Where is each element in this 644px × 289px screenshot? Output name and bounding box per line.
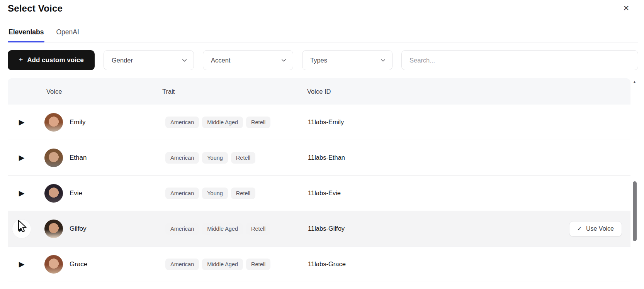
trait-tags: AmericanYoungRetell <box>162 152 307 164</box>
table-row[interactable]: ▶ Gilfoy AmericanMiddle AgedRetell 11lab… <box>8 211 630 247</box>
gender-filter-label: Gender <box>112 57 133 64</box>
tab-openai[interactable]: OpenAI <box>55 23 80 42</box>
table-header-row: Voice Trait Voice ID <box>8 78 630 105</box>
trait-tag: Middle Aged <box>202 223 243 235</box>
trait-tag: American <box>165 117 199 128</box>
scroll-up-icon: ▲ <box>633 80 636 84</box>
select-voice-dialog: Select Voice ✕ Elevenlabs OpenAI + Add c… <box>0 0 644 289</box>
scrollbar[interactable]: ▲ <box>632 78 637 289</box>
plus-icon: + <box>19 56 23 64</box>
avatar <box>44 255 63 274</box>
voice-cell: Emily <box>44 113 162 132</box>
play-icon: ▶ <box>19 118 25 126</box>
play-cell: ▶ <box>8 113 44 132</box>
trait-tags: AmericanMiddle AgedRetell <box>162 223 307 235</box>
trait-tag: American <box>165 152 199 164</box>
chevron-down-icon <box>182 57 187 63</box>
trait-tag: American <box>165 188 199 199</box>
use-voice-label: Use Voice <box>586 225 614 232</box>
types-filter-label: Types <box>310 57 327 64</box>
dialog-header: Select Voice ✕ <box>8 3 638 19</box>
table-row[interactable]: ▶ Ethan AmericanYoungRetell 11labs-Ethan <box>8 140 630 176</box>
close-button[interactable]: ✕ <box>621 3 631 13</box>
voice-cell: Evie <box>44 184 162 203</box>
play-button[interactable]: ▶ <box>12 184 31 203</box>
trait-tag: Young <box>202 188 228 199</box>
voice-cell: Gilfoy <box>44 220 162 238</box>
avatar <box>44 184 63 203</box>
trait-tag: Young <box>202 152 228 164</box>
voice-cell: Ethan <box>44 149 162 167</box>
types-filter-dropdown[interactable]: Types <box>302 50 393 70</box>
voice-name: Evie <box>70 189 82 197</box>
scrollbar-thumb[interactable] <box>633 181 637 241</box>
voice-table-body: ▶ Emily AmericanMiddle AgedRetell 11labs… <box>8 105 630 282</box>
voice-id: 11labs-Ethan <box>307 154 630 161</box>
chevron-down-icon <box>281 57 287 63</box>
trait-tags: AmericanMiddle AgedRetell <box>162 117 307 128</box>
add-custom-voice-button[interactable]: + Add custom voice <box>8 50 95 70</box>
play-cell: ▶ <box>8 220 44 238</box>
avatar <box>44 220 63 238</box>
trait-tags: AmericanYoungRetell <box>162 188 307 199</box>
trait-tag: Retell <box>246 117 270 128</box>
avatar <box>44 113 63 132</box>
trait-tag: Middle Aged <box>202 117 243 128</box>
play-cell: ▶ <box>8 149 44 167</box>
play-icon: ▶ <box>19 260 25 268</box>
table-row[interactable]: ▶ Emily AmericanMiddle AgedRetell 11labs… <box>8 105 630 140</box>
trait-tag: Retell <box>231 152 255 164</box>
voice-id: 11labs-Emily <box>307 118 630 126</box>
voice-id: 11labs-Evie <box>307 189 630 197</box>
play-button[interactable]: ▶ <box>12 149 31 167</box>
voice-cell: Grace <box>44 255 162 274</box>
voice-name: Gilfoy <box>70 225 86 233</box>
voice-name: Emily <box>70 118 86 126</box>
play-icon: ▶ <box>19 154 25 161</box>
trait-tag: Retell <box>246 259 270 270</box>
chevron-down-icon <box>380 57 386 63</box>
column-header-trait: Trait <box>162 88 307 95</box>
page-title: Select Voice <box>8 3 638 14</box>
close-icon: ✕ <box>623 3 630 13</box>
tab-elevenlabs-label: Elevenlabs <box>8 28 44 36</box>
check-icon: ✓ <box>577 225 582 232</box>
play-button[interactable]: ▶ <box>12 220 31 238</box>
active-tab-underline <box>8 41 44 42</box>
trait-tag: Retell <box>231 188 255 199</box>
voice-id: 11labs-Grace <box>307 260 630 268</box>
use-voice-button[interactable]: ✓Use Voice <box>569 221 622 237</box>
accent-filter-label: Accent <box>211 57 230 64</box>
tab-bar: Elevenlabs OpenAI <box>8 22 638 42</box>
trait-tag: American <box>165 259 199 270</box>
table-row[interactable]: ▶ Evie AmericanYoungRetell 11labs-Evie <box>8 176 630 211</box>
play-button[interactable]: ▶ <box>12 113 31 132</box>
avatar <box>44 149 63 167</box>
search-input[interactable] <box>401 50 638 70</box>
voice-table: Voice Trait Voice ID ▶ Emily AmericanMid… <box>8 78 630 289</box>
accent-filter-dropdown[interactable]: Accent <box>203 50 293 70</box>
gender-filter-dropdown[interactable]: Gender <box>104 50 194 70</box>
filter-toolbar: + Add custom voice Gender Accent Types <box>8 50 638 70</box>
play-icon: ▶ <box>19 189 25 197</box>
trait-tag: American <box>165 223 199 235</box>
tab-openai-label: OpenAI <box>56 28 79 36</box>
trait-tag: Middle Aged <box>202 259 243 270</box>
column-header-voice-id: Voice ID <box>307 88 630 95</box>
play-cell: ▶ <box>8 255 44 274</box>
play-icon: ▶ <box>19 225 25 232</box>
trait-tag: Retell <box>246 223 270 235</box>
play-cell: ▶ <box>8 184 44 203</box>
table-row[interactable]: ▶ Grace AmericanMiddle AgedRetell 11labs… <box>8 247 630 282</box>
voice-name: Grace <box>70 260 87 268</box>
tab-elevenlabs[interactable]: Elevenlabs <box>8 23 44 42</box>
add-custom-voice-label: Add custom voice <box>27 56 83 64</box>
column-header-voice: Voice <box>44 88 162 95</box>
voice-name: Ethan <box>70 154 87 162</box>
play-button[interactable]: ▶ <box>12 255 31 274</box>
trait-tags: AmericanMiddle AgedRetell <box>162 259 307 270</box>
